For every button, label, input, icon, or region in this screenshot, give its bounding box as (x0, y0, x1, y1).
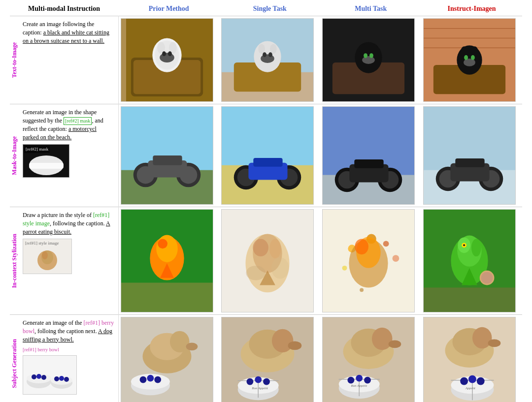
svg-point-26 (364, 53, 367, 58)
image-m2i-instruct (423, 106, 516, 205)
row-label-cell-sub: Subject Generation (10, 315, 21, 402)
svg-text:Bon Appétit: Bon Appétit (252, 386, 269, 390)
svg-point-90 (271, 257, 289, 279)
svg-point-148 (372, 328, 393, 350)
image-m2i-multi (322, 106, 415, 205)
image-sty-single (221, 209, 314, 312)
svg-point-109 (463, 244, 465, 246)
svg-point-162 (488, 340, 501, 347)
svg-point-23 (359, 44, 366, 55)
svg-point-130 (147, 375, 154, 382)
svg-point-161 (472, 327, 492, 349)
svg-point-80 (156, 235, 178, 262)
svg-text:Appétit: Appétit (465, 386, 476, 390)
image-t2i-instruct (423, 18, 516, 102)
svg-rect-73 (455, 158, 484, 167)
svg-point-18 (263, 52, 267, 57)
row-stylization: In-context Stylization Draw a picture in… (10, 207, 522, 315)
header-col-instruct: Instruct-Imagen (421, 5, 522, 16)
svg-rect-78 (121, 283, 213, 312)
row-label-cell-t2i: Text-to-Image (10, 16, 21, 104)
caption-text-t2i: a black and white cat sitting on a brown… (23, 29, 109, 44)
svg-point-76 (42, 251, 48, 259)
svg-point-106 (471, 239, 481, 256)
table-header: Multi-modal Instruction Prior Method Sin… (10, 5, 522, 16)
image-sty-prior (121, 209, 213, 312)
row-label-sty: In-context Stylization (11, 234, 18, 288)
instruction-cell-m2i: Generate an image in the shape suggested… (21, 104, 118, 207)
image-sub-instruct: Appétit (423, 317, 516, 402)
svg-point-120 (59, 376, 64, 381)
caption-text-m2i: a motorcycl parked on the beach. (23, 125, 97, 141)
mini-image-sub (23, 355, 77, 395)
image-cell-sty-single (219, 207, 320, 315)
svg-point-136 (288, 341, 302, 350)
svg-rect-102 (424, 287, 515, 311)
svg-point-25 (362, 56, 375, 64)
svg-point-38 (464, 55, 468, 60)
svg-point-9 (167, 51, 171, 56)
ref-image-container-sub (23, 355, 114, 395)
svg-point-17 (261, 54, 275, 63)
instruction-text-m2i: Generate an image in the shape suggested… (23, 109, 103, 141)
svg-point-129 (139, 376, 146, 383)
svg-rect-57 (254, 158, 283, 167)
row-label-t2i: Text-to-Image (11, 42, 18, 78)
svg-point-142 (255, 376, 262, 383)
ref-image-container-sty: [ref#1] style image (23, 239, 114, 274)
svg-point-97 (355, 239, 369, 254)
svg-point-143 (263, 378, 270, 385)
image-cell-sub-instruct: Appétit (421, 315, 522, 402)
comparison-table: Multi-modal Instruction Prior Method Sin… (10, 5, 522, 402)
image-sty-multi (322, 209, 415, 312)
svg-point-125 (169, 331, 189, 353)
image-cell-t2i-multi (320, 16, 421, 104)
header-col-multi: Multi Task (320, 5, 421, 16)
svg-point-24 (371, 44, 378, 55)
header-col-instruction: Multi-modal Instruction (10, 5, 118, 16)
svg-point-100 (360, 288, 364, 292)
image-cell-sty-multi (320, 207, 421, 315)
header-col-prior: Prior Method (118, 5, 219, 16)
image-cell-sub-prior (118, 315, 219, 402)
svg-point-8 (162, 51, 166, 56)
ref1-style-text: [ref#1] style image (23, 212, 109, 227)
mini-image-m2i: [ref#2] mask (23, 144, 69, 178)
instruction-cell-sty: Draw a picture in the style of [ref#1] s… (21, 207, 118, 315)
svg-point-7 (160, 53, 174, 62)
instruction-text-sty: Draw a picture in the style of [ref#1] s… (23, 212, 110, 235)
ref-image-container-m2i: [ref#2] mask (23, 144, 114, 178)
svg-point-93 (383, 241, 389, 247)
row-label-cell-m2i: Mask-to-Image (10, 104, 21, 207)
image-t2i-single (221, 18, 314, 102)
row-label-sub: Subject Generation (11, 339, 18, 388)
image-t2i-prior (121, 18, 213, 102)
svg-point-169 (477, 377, 485, 385)
svg-point-116 (41, 375, 46, 380)
svg-text:Bon Appétit: Bon Appétit (351, 384, 368, 387)
svg-point-98 (342, 266, 347, 271)
image-cell-t2i-prior (118, 16, 219, 104)
svg-point-99 (393, 255, 399, 262)
svg-rect-65 (355, 159, 384, 168)
svg-point-141 (247, 378, 254, 385)
svg-rect-49 (153, 155, 182, 165)
svg-point-15 (259, 44, 266, 54)
svg-point-135 (272, 329, 294, 352)
row-mask-to-image: Mask-to-Image Generate an image in the s… (10, 104, 522, 207)
ref2-mask-badge: [ref#2] mask (64, 117, 92, 125)
image-cell-t2i-single (219, 16, 320, 104)
svg-point-121 (64, 377, 69, 382)
row-subject-generation: Subject Generation Generate an image of … (10, 315, 522, 402)
instruction-text-sub: Generate an image of the [ref#1] berry b… (23, 319, 114, 343)
svg-rect-41 (29, 163, 64, 169)
image-cell-m2i-instruct (421, 104, 522, 207)
image-cell-sub-single: Bon Appétit (219, 315, 320, 402)
svg-point-155 (356, 375, 363, 382)
image-t2i-multi (322, 18, 415, 102)
svg-point-167 (460, 377, 468, 385)
image-sty-instruct (423, 209, 516, 312)
svg-point-86 (253, 239, 269, 256)
svg-point-156 (364, 377, 371, 384)
svg-point-16 (270, 44, 277, 54)
